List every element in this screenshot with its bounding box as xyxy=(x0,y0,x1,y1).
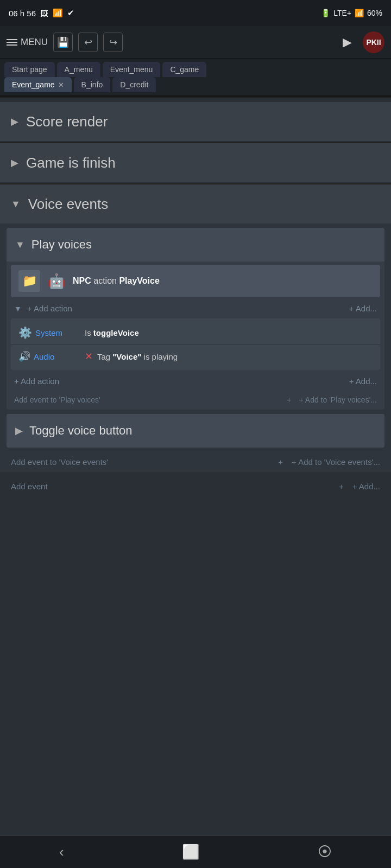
status-bar: 06 h 56 🖼 📶 ✔ 🔋 LTE+ 📶 60% xyxy=(0,0,391,26)
conditions-block: ⚙️ System Is toggleVoice 🔊 Audio ✕ xyxy=(11,318,380,370)
home-icon: ⬜ xyxy=(182,844,199,860)
nav-recent-button[interactable]: ⦿ xyxy=(305,839,345,865)
npc-character-icon: 🤖 xyxy=(46,270,67,292)
status-left: 06 h 56 🖼 📶 ✔ xyxy=(9,8,74,18)
gear-icon: ⚙️ xyxy=(18,326,32,339)
avatar[interactable]: PKII xyxy=(363,31,384,53)
tab-row-1: Start page A_menu Event_menu C_game xyxy=(0,59,391,77)
plus-icon-1: + xyxy=(287,395,291,404)
game-is-finish-chevron: ▶ xyxy=(11,157,18,169)
play-voices-header[interactable]: ▼ Play voices xyxy=(7,228,384,261)
audio-condition-value: ✕ Tag "Voice" is playing xyxy=(85,350,178,362)
wifi-icon: 📶 xyxy=(53,8,63,18)
audio-label: Audio xyxy=(34,352,54,361)
tab-b-info[interactable]: B_info xyxy=(74,77,111,92)
add-event-voice-label[interactable]: Add event to 'Voice events' xyxy=(11,457,108,467)
add-event-play-voices-row: Add event to 'Play voices' + + Add to 'P… xyxy=(7,390,384,410)
toggle-voice-header[interactable]: ▶ Toggle voice button xyxy=(7,414,384,448)
add-to-voice-events-label[interactable]: + Add to 'Voice events'... xyxy=(292,457,380,467)
tab-event-menu[interactable]: Event_menu xyxy=(103,62,161,77)
redo-icon: ↪ xyxy=(109,36,117,48)
add-event-global-label[interactable]: Add event xyxy=(11,482,48,491)
add-global-label[interactable]: + Add... xyxy=(352,482,380,491)
toggle-voice-chevron: ▶ xyxy=(15,425,23,437)
tab-event-game[interactable]: Event_game ✕ xyxy=(4,77,72,92)
system-condition-icon: ⚙️ System xyxy=(18,326,78,339)
voice-events-title: Voice events xyxy=(28,196,108,213)
audio-condition-icon: 🔊 Audio xyxy=(18,350,78,362)
tab-row-2: Event_game ✕ B_info D_credit xyxy=(0,77,391,97)
voice-events-bottom: Add event to 'Voice events' + + Add to '… xyxy=(0,452,391,472)
redo-button[interactable]: ↪ xyxy=(103,33,123,52)
play-button[interactable]: ▶ xyxy=(337,32,357,53)
condition-system: ⚙️ System Is toggleVoice xyxy=(11,321,380,345)
battery-percent: 60% xyxy=(367,9,382,17)
photo-icon: 🖼 xyxy=(40,9,48,18)
global-add-event-row: Add event + + Add... xyxy=(0,473,391,500)
time: 06 h 56 xyxy=(9,9,36,18)
plus-icon-2: + xyxy=(278,457,283,467)
undo-icon: ↩ xyxy=(84,36,92,48)
score-render-chevron: ▶ xyxy=(11,116,18,127)
voice-events-section: ▼ Voice events ▼ Play voices 📁 🤖 NPC act… xyxy=(0,184,391,472)
main-content: ▶ Score render ▶ Game is finish ▼ Voice … xyxy=(0,98,391,504)
nav-back-button[interactable]: ‹ xyxy=(46,839,77,865)
back-icon: ‹ xyxy=(59,844,64,860)
nav-bar: ‹ ⬜ ⦿ xyxy=(0,835,391,868)
play-icon: ▶ xyxy=(343,35,352,49)
undo-button[interactable]: ↩ xyxy=(78,33,98,52)
speaker-icon: 🔊 xyxy=(18,350,30,362)
add-action-alt-2[interactable]: + Add... xyxy=(349,376,377,386)
status-right: 🔋 LTE+ 📶 60% xyxy=(321,9,382,17)
condition-audio: 🔊 Audio ✕ Tag "Voice" is playing xyxy=(11,345,380,368)
recent-icon: ⦿ xyxy=(318,844,332,860)
menu-label: MENU xyxy=(21,37,48,48)
add-event-voice-events-row: Add event to 'Voice events' + + Add to '… xyxy=(11,457,380,467)
toggle-voice-subsection: ▶ Toggle voice button xyxy=(7,414,384,448)
add-to-play-voices-label[interactable]: + Add to 'Play voices'... xyxy=(299,395,377,404)
save-button[interactable]: 💾 xyxy=(53,33,73,52)
toolbar: MENU 💾 ↩ ↪ ▶ PKII xyxy=(0,26,391,59)
score-render-title: Score render xyxy=(26,113,108,130)
add-action-row-1: ▼ + Add action + Add... xyxy=(7,301,384,316)
nav-home-button[interactable]: ⬜ xyxy=(169,839,212,865)
tab-close-event-game[interactable]: ✕ xyxy=(58,81,64,89)
hamburger-icon xyxy=(7,39,17,46)
save-icon: 💾 xyxy=(57,36,69,48)
plus-icon-global: + xyxy=(339,482,344,491)
tab-start-page[interactable]: Start page xyxy=(4,62,55,77)
tab-d-credit[interactable]: D_credit xyxy=(112,77,156,92)
check-icon: ✔ xyxy=(67,8,74,18)
play-voices-chevron: ▼ xyxy=(15,239,25,251)
toggle-voice-title: Toggle voice button xyxy=(29,424,133,438)
npc-action-label: NPC action PlayVoice xyxy=(73,276,160,286)
play-voices-subsection: ▼ Play voices 📁 🤖 NPC action PlayVoice ▼… xyxy=(7,228,384,410)
game-is-finish-title: Game is finish xyxy=(26,155,116,171)
add-event-play-voices-label[interactable]: Add event to 'Play voices' xyxy=(14,395,100,404)
add-action-alt-1[interactable]: + Add... xyxy=(349,304,377,313)
score-render-section[interactable]: ▶ Score render xyxy=(0,102,391,141)
add-action-label-2[interactable]: + Add action xyxy=(14,376,59,386)
system-label: System xyxy=(35,328,62,337)
npc-folder-icon: 📁 xyxy=(18,270,40,292)
battery-icon: 🔋 xyxy=(321,9,330,17)
x-icon: ✕ xyxy=(85,351,93,362)
signal-icon: 📶 xyxy=(355,9,364,17)
add-action-label-1[interactable]: + Add action xyxy=(27,304,72,313)
play-voices-title: Play voices xyxy=(31,238,92,252)
system-condition-value: Is toggleVoice xyxy=(85,328,139,337)
voice-events-header[interactable]: ▼ Voice events xyxy=(0,184,391,224)
tab-a-menu[interactable]: A_menu xyxy=(57,62,100,77)
lte-label: LTE+ xyxy=(333,9,351,17)
add-action-row-2: + Add action + Add... xyxy=(7,372,384,390)
game-is-finish-section[interactable]: ▶ Game is finish xyxy=(0,143,391,182)
chevron-down-icon-1: ▼ xyxy=(14,304,22,313)
tab-c-game[interactable]: C_game xyxy=(162,62,206,77)
voice-events-chevron: ▼ xyxy=(11,199,21,210)
avatar-label: PKII xyxy=(366,38,381,47)
npc-action-row: 📁 🤖 NPC action PlayVoice xyxy=(11,265,380,297)
menu-button[interactable]: MENU xyxy=(7,37,48,48)
